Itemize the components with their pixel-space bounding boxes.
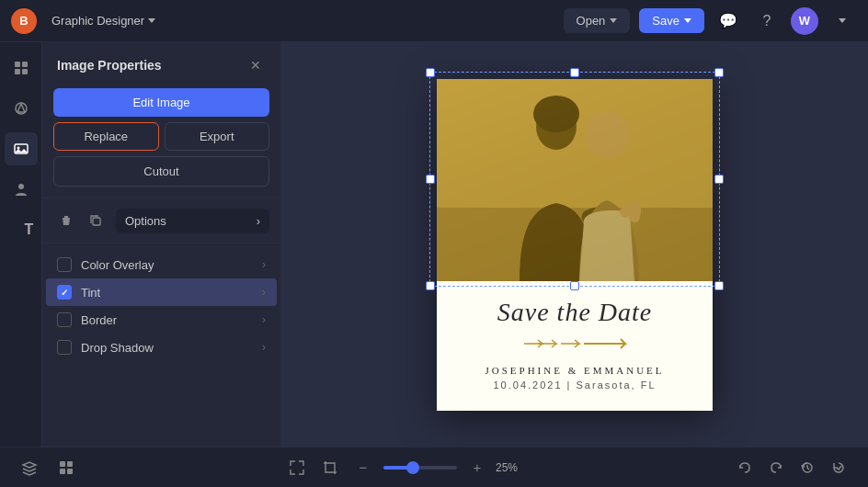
trash-icon <box>60 214 73 227</box>
undo-redo-group <box>730 453 853 482</box>
save-status-icon <box>831 460 846 475</box>
panel-header: Image Properties ✕ <box>42 42 280 85</box>
svg-rect-3 <box>22 69 28 74</box>
options-row: Options › <box>42 202 280 239</box>
help-icon-button[interactable]: ? <box>752 6 782 36</box>
save-chevron-icon <box>684 18 691 23</box>
duplicate-icon <box>89 214 102 227</box>
options-chevron-icon: › <box>257 214 260 228</box>
redo-button[interactable] <box>761 453 791 482</box>
text-tool-button[interactable]: T <box>5 213 38 246</box>
fit-screen-button[interactable] <box>282 453 312 482</box>
svg-rect-0 <box>15 62 20 67</box>
handle-bl[interactable] <box>426 281 435 290</box>
open-chevron-icon <box>610 18 617 23</box>
chat-icon-button[interactable]: 💬 <box>714 6 743 36</box>
tint-checkbox[interactable] <box>57 285 72 300</box>
fit-screen-icon <box>289 459 305 476</box>
zoom-slider-container: − + <box>348 453 492 482</box>
app-name-button[interactable]: Graphic Designer <box>46 10 161 31</box>
image-properties-panel: Image Properties ✕ Edit Image Replace Ex… <box>42 42 281 447</box>
layers-button[interactable] <box>15 453 44 482</box>
main-area: T Image Properties ✕ Edit Image Replace … <box>0 42 868 447</box>
save-button[interactable]: Save <box>639 8 704 33</box>
card-wrapper: Save the Date Josephine & Emmanuel 10.04… <box>437 79 713 411</box>
svg-rect-14 <box>437 79 713 281</box>
images-icon <box>13 141 29 157</box>
zoom-slider[interactable] <box>383 466 457 470</box>
crop-button[interactable] <box>315 453 345 482</box>
border-checkbox[interactable] <box>57 312 72 327</box>
left-icon-bar: T <box>0 42 42 447</box>
account-chevron-icon <box>839 18 846 23</box>
color-overlay-chevron-icon: › <box>262 258 266 271</box>
topbar: B Graphic Designer Open Save 💬 ? W <box>0 0 868 42</box>
card-text-area: Save the Date Josephine & Emmanuel 10.04… <box>437 281 713 411</box>
redo-icon <box>769 460 783 475</box>
replace-button[interactable]: Replace <box>53 122 159 151</box>
app-logo[interactable]: B <box>11 8 37 34</box>
open-button[interactable]: Open <box>564 8 631 33</box>
people-tool-button[interactable] <box>5 173 38 206</box>
effects-list: Color Overlay › Tint › Border › Drop Sha… <box>42 247 280 365</box>
panel-title: Image Properties <box>57 58 162 73</box>
color-overlay-row[interactable]: Color Overlay › <box>46 251 277 278</box>
bottombar: − + 25% <box>0 447 868 487</box>
card-image-container <box>437 79 713 281</box>
handle-ml[interactable] <box>426 175 435 184</box>
undo-icon <box>737 460 752 475</box>
options-label: Options <box>125 214 166 228</box>
couple-photo-svg <box>437 79 713 281</box>
design-card: Save the Date Josephine & Emmanuel 10.04… <box>437 79 713 411</box>
canvas-area[interactable]: Save the Date Josephine & Emmanuel 10.04… <box>281 42 868 447</box>
handle-tr[interactable] <box>714 68 724 77</box>
auto-save-button[interactable] <box>824 453 853 482</box>
color-overlay-checkbox[interactable] <box>57 257 72 272</box>
cutout-button[interactable]: Cutout <box>53 156 269 187</box>
card-date: 10.04.2021 | Sarasota, FL <box>455 379 694 391</box>
elements-tool-button[interactable] <box>5 51 38 85</box>
drop-shadow-checkbox[interactable] <box>57 340 72 355</box>
handle-tm[interactable] <box>570 68 579 77</box>
shapes-icon <box>13 100 29 117</box>
tint-row[interactable]: Tint › <box>46 278 277 306</box>
edit-image-button[interactable]: Edit Image <box>53 88 269 117</box>
svg-rect-17 <box>60 469 65 474</box>
shapes-tool-button[interactable] <box>5 92 38 125</box>
svg-rect-1 <box>22 62 28 67</box>
border-row[interactable]: Border › <box>46 306 277 334</box>
svg-rect-2 <box>15 69 20 74</box>
elements-icon <box>13 60 29 76</box>
panel-actions: Edit Image Replace Export Cutout <box>42 85 280 194</box>
drop-shadow-row[interactable]: Drop Shadow › <box>46 334 277 361</box>
layers-icon <box>21 459 38 476</box>
account-chevron-button[interactable] <box>828 6 857 36</box>
duplicate-icon-button[interactable] <box>83 208 108 233</box>
zoom-level-label: 25% <box>496 461 529 474</box>
card-title: Save the Date <box>455 298 694 327</box>
grid-view-button[interactable] <box>51 453 81 482</box>
zoom-in-button[interactable]: + <box>463 453 492 482</box>
people-icon <box>13 181 29 198</box>
panel-divider-2 <box>42 243 280 244</box>
images-tool-button[interactable] <box>5 132 38 165</box>
zoom-out-button[interactable]: − <box>348 453 378 482</box>
export-button[interactable]: Export <box>165 122 270 151</box>
zoom-slider-thumb[interactable] <box>406 461 419 474</box>
handle-br[interactable] <box>714 281 724 290</box>
options-icons-group <box>53 208 108 233</box>
undo-button[interactable] <box>730 453 760 482</box>
history-button[interactable] <box>793 453 822 482</box>
color-overlay-label: Color Overlay <box>81 258 253 272</box>
app-name-label: Graphic Designer <box>51 14 144 28</box>
close-panel-button[interactable]: ✕ <box>246 55 266 75</box>
svg-rect-16 <box>67 461 73 467</box>
handle-tl[interactable] <box>426 68 435 77</box>
user-avatar[interactable]: W <box>791 7 818 35</box>
handle-mr[interactable] <box>714 175 724 184</box>
delete-icon-button[interactable] <box>53 208 79 233</box>
border-label: Border <box>81 313 253 327</box>
options-expand-row[interactable]: Options › <box>116 209 269 233</box>
zoom-control: − + 25% <box>282 453 529 482</box>
app-name-chevron-icon <box>148 18 155 23</box>
